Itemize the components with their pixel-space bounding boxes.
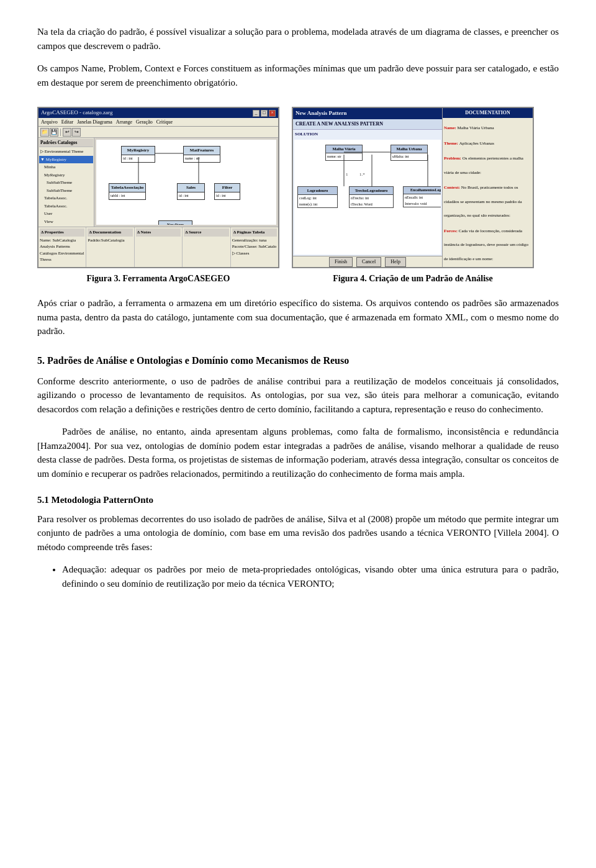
fig1-menu-arquivo: Arquivo (41, 119, 58, 126)
fig2-class-trecho: TrechoLogradouro nTrecho: int tTrecho: W… (349, 186, 394, 208)
fig1-paginas-item3: ▷ Classes (232, 250, 277, 257)
fig2-field-theme-val: Aplicações Urbanas (459, 141, 494, 146)
fig1-docu-name: Padrão:SubCatalogia (88, 237, 132, 244)
fig1-class-matfeatures: MatFeatures name : str (183, 146, 220, 163)
fig2-solution-label: SOLUTION (293, 130, 442, 139)
figure-4-caption: Figura 4. Criação de um Padrão de Anális… (333, 272, 492, 285)
figure-4-caption-text: Criação de um Padrão de Análise (367, 274, 493, 283)
fig1-class-sales: Sales id : int (177, 183, 205, 200)
bullet-list: Adequação: adequar os padrões por meio d… (62, 563, 559, 590)
fig1-docu-title: Δ Documentation (88, 228, 132, 237)
fig2-class-malha-urbana: Malha Urbana uMalta: int (391, 145, 428, 161)
fig1-minimize-btn: _ (253, 110, 260, 117)
figure-4-caption-bold: Figura 4. (333, 274, 366, 283)
fig1-sidebar-item8: TabelaAssoc. (39, 202, 93, 210)
section-51-para1: Para resolver os problemas decorrentes d… (37, 512, 559, 554)
fig1-menu-critique: Critique (156, 119, 173, 126)
fig1-props-title: Δ Properties (40, 228, 84, 237)
fig1-maximize-btn: □ (261, 110, 268, 117)
fig1-tool-undo: ↩ (63, 128, 71, 137)
fig1-menu-arrange: Arrange (116, 119, 132, 126)
fig1-tool-open: 📁 (40, 128, 49, 137)
fig2-field-context-label: Context: (444, 185, 461, 190)
fig1-notes-title: Δ Notes (136, 228, 181, 237)
fig1-menu-editar: Editar (61, 119, 74, 126)
fig1-class-newitem: NewItem newId : int (158, 220, 192, 225)
paragraph-3: Após criar o padrão, a ferramenta o arma… (37, 296, 559, 338)
fig1-tool-save: 💾 (50, 128, 58, 137)
fig1-sidebar-item7: TabelaAssoc. (39, 194, 93, 202)
fig1-paginas-item2: Pacote/Classe: SubCatalo (232, 243, 277, 250)
figure-4-block: New Analysis Pattern CREATE A NEW ANALYS… (292, 107, 534, 285)
fig1-title: ArgoCASEGEO - catalogo.zarg (41, 109, 112, 117)
fig1-sidebar-item5: SubSubTheme (39, 179, 93, 187)
fig1-class-myregistry: MyRegistry id : int (121, 146, 155, 163)
fig2-class-logradouro: Logradouro codLog: int nome(s): int (297, 186, 338, 208)
fig2-field-forces-label: Forces: (444, 228, 459, 233)
figure-3-caption-text: Ferramenta ArgoCASEGEO (120, 274, 230, 283)
fig2-btn-cancel[interactable]: Cancel (356, 257, 381, 267)
fig2-field-name-val: Malha Viária Urbana (458, 125, 494, 130)
fig1-separator (60, 129, 61, 136)
fig1-props-class: Name: SubCatalogia (40, 237, 84, 244)
fig1-sidebar-item9: User (39, 210, 93, 218)
fig1-source-title: Δ Source (184, 228, 228, 237)
section-5-para2: Padrões de análise, no entanto, ainda ap… (37, 425, 559, 481)
fig1-paginas-item1: Generalização: tuna (232, 237, 277, 244)
fig1-tool-redo: ↪ (72, 128, 81, 137)
fig1-class-filter: Filter id : int (214, 183, 240, 200)
figure-3-caption: Figura 3. Ferramenta ArgoCASEGEO (87, 272, 230, 285)
fig1-sidebar-item4: MyRegistry (39, 171, 93, 179)
fig2-class-encalh: EncalhamentosLog. nEncalh: int Intervalo… (403, 186, 441, 207)
fig2-btn-finish[interactable]: Finish (329, 257, 353, 267)
section-51-heading: 5.1 Metodologia PatternOnto (37, 493, 559, 507)
fig1-class-tabela: TabelaAssociação tabId : int (109, 183, 146, 200)
fig2-section-label: CREATE A NEW ANALYSIS PATTERN (293, 119, 442, 130)
section-5-para1: Conforme descrito anteriormente, o uso d… (37, 374, 559, 417)
paragraph-1: Na tela da criação do padrão, é possível… (37, 25, 559, 53)
fig1-sidebar-item3: Minha (39, 163, 93, 171)
fig1-close-btn: × (269, 110, 276, 117)
bullet-item-1: Adequação: adequar os padrões por meio d… (62, 563, 559, 590)
fig2-doc-title: DOCUMENTATION (443, 108, 533, 118)
figures-container: ArgoCASEGEO - catalogo.zarg _ □ × Arquiv… (37, 107, 559, 285)
fig1-sidebar-title: Padrões Catalogos (39, 138, 93, 147)
fig1-menu-janelas: Janelas Diagrama (77, 119, 112, 126)
fig1-sidebar-item10: View (39, 218, 93, 226)
fig1-paginas-title: Δ Páginas Tabela (232, 228, 277, 237)
paragraph-2: Os campos Name, Problem, Context e Force… (37, 61, 559, 89)
fig1-sidebar-item6: SubSubTheme (39, 187, 93, 195)
fig2-field-problem-label: Problem: (444, 156, 463, 161)
section-5-heading: 5. Padrões de Análise e Ontologias e Dom… (37, 353, 559, 368)
fig2-field-name-label: Name: (444, 125, 458, 130)
svg-text:1: 1 (346, 172, 348, 177)
figure-3-caption-bold: Figura 3. (87, 274, 120, 283)
figure-4-image: New Analysis Pattern CREATE A NEW ANALYS… (292, 107, 534, 268)
fig1-sidebar-item11: TemporalItem (39, 225, 93, 227)
figure-3-image: ArgoCASEGEO - catalogo.zarg _ □ × Arquiv… (37, 107, 279, 268)
fig1-sidebar-item1: ▷ Environmental Theme (39, 148, 93, 156)
figure-3-block: ArgoCASEGEO - catalogo.zarg _ □ × Arquiv… (37, 107, 279, 285)
fig1-sidebar-item2: ▼ MyRegistry (39, 156, 93, 164)
fig1-menu-geracao: Geração (136, 119, 153, 126)
fig2-btn-help[interactable]: Help (385, 257, 406, 267)
fig2-class-malha-viaria: Malha Viária nome: str (325, 145, 363, 161)
fig2-title: New Analysis Pattern (293, 108, 442, 119)
fig2-field-theme-label: Theme: (444, 141, 459, 146)
fig1-props-padroes: Analysis Patterns Catálogos Environmenta… (40, 243, 84, 263)
svg-text:1.*: 1.* (359, 172, 365, 177)
